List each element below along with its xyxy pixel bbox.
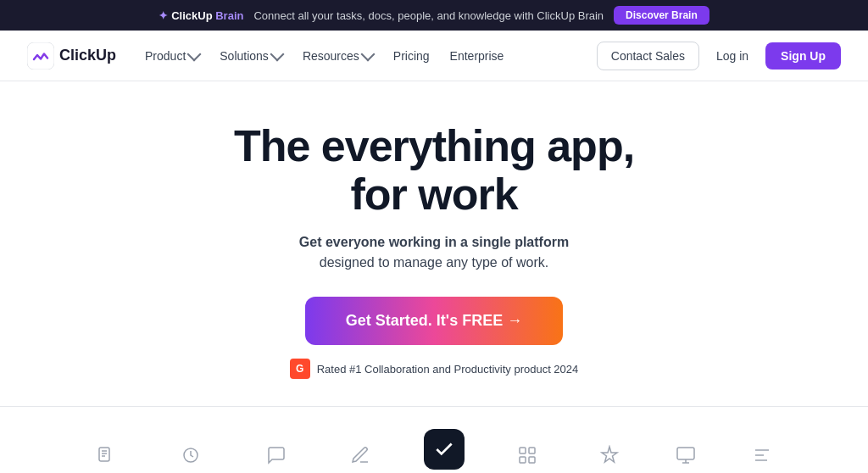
svg-rect-1 — [99, 448, 109, 461]
svg-rect-0 — [27, 42, 54, 70]
tab-ai[interactable]: AI — [571, 431, 648, 473]
sparkle-icon: ✦ — [159, 9, 168, 22]
logo-text: ClickUp — [59, 47, 116, 64]
banner-brand-text: ClickUp Brain — [171, 9, 243, 22]
svg-rect-8 — [520, 457, 526, 463]
tab-sprints[interactable]: Sprints — [724, 431, 800, 473]
tab-projects[interactable]: Projects — [405, 420, 482, 473]
forms-icon — [670, 440, 701, 470]
clickup-logo-icon — [27, 42, 54, 70]
hero-title-line1: The everything app, — [234, 121, 634, 170]
sprints-icon-wrap — [747, 440, 777, 470]
svg-rect-9 — [529, 457, 535, 463]
tab-dashboards[interactable]: Dashboards — [483, 431, 572, 473]
chat-icon-wrap — [261, 440, 292, 470]
ai-icon-wrap — [594, 440, 625, 470]
svg-rect-6 — [520, 448, 526, 454]
hero-section: The everything app, for work Get everyon… — [0, 81, 868, 399]
nav-right: Contact Sales Log in Sign Up — [597, 42, 841, 70]
navbar: ClickUp Product Solutions Resources Pric… — [0, 31, 868, 81]
chevron-down-icon — [360, 47, 375, 62]
tab-docs[interactable]: Docs — [68, 431, 144, 473]
dashboards-icon — [512, 440, 542, 470]
svg-rect-10 — [677, 448, 694, 459]
docs-icon — [91, 440, 121, 470]
projects-icon-wrap — [424, 429, 465, 470]
tab-time-tracking[interactable]: Time tracking — [144, 431, 239, 473]
nav-item-solutions[interactable]: Solutions — [211, 44, 291, 68]
sprints-icon — [747, 440, 777, 470]
logo[interactable]: ClickUp — [27, 42, 116, 70]
get-started-button[interactable]: Get Started. It's FREE → — [305, 297, 563, 345]
whiteboards-icon-wrap — [345, 440, 376, 470]
dashboards-icon-wrap — [512, 440, 542, 470]
nav-item-pricing[interactable]: Pricing — [385, 44, 438, 68]
contact-sales-button[interactable]: Contact Sales — [597, 42, 699, 70]
chat-icon — [261, 440, 292, 470]
nav-left: ClickUp Product Solutions Resources Pric… — [27, 42, 512, 70]
banner-brand: ✦ ClickUp Brain — [159, 9, 243, 22]
chevron-down-icon — [187, 47, 202, 62]
nav-item-product[interactable]: Product — [136, 44, 208, 68]
svg-rect-7 — [529, 448, 535, 454]
feature-tabs: Docs Time tracking Chat Whiteboards — [0, 406, 868, 473]
ai-icon — [594, 440, 625, 470]
login-button[interactable]: Log in — [706, 42, 759, 70]
nav-links: Product Solutions Resources Pricing Ente… — [136, 44, 512, 68]
projects-icon — [429, 434, 459, 465]
chevron-down-icon — [270, 47, 284, 62]
time-tracking-icon — [175, 440, 206, 470]
top-banner: ✦ ClickUp Brain Connect all your tasks, … — [0, 0, 868, 31]
rating-text: Rated #1 Collaboration and Productivity … — [317, 363, 579, 376]
whiteboards-icon — [345, 440, 376, 470]
nav-item-resources[interactable]: Resources — [294, 44, 381, 68]
signup-button[interactable]: Sign Up — [765, 42, 841, 70]
hero-subtitle-normal: designed to manage any type of work. — [320, 255, 548, 270]
tab-whiteboards[interactable]: Whiteboards — [314, 431, 405, 473]
discover-brain-button[interactable]: Discover Brain — [614, 6, 709, 25]
tab-chat[interactable]: Chat — [238, 431, 314, 473]
banner-message: Connect all your tasks, docs, people, an… — [253, 9, 604, 22]
rating-badge: G Rated #1 Collaboration and Productivit… — [290, 359, 579, 379]
hero-title-line2: for work — [350, 170, 517, 219]
hero-subtitle: Get everyone working in a single platfor… — [299, 232, 569, 273]
g2-icon: G — [290, 359, 310, 379]
tab-forms[interactable]: Forms — [648, 431, 724, 473]
nav-item-enterprise[interactable]: Enterprise — [442, 44, 513, 68]
hero-title: The everything app, for work — [234, 122, 634, 219]
hero-subtitle-bold: Get everyone working in a single platfor… — [299, 235, 569, 249]
docs-icon-wrap — [91, 440, 121, 470]
time-tracking-icon-wrap — [175, 440, 206, 470]
forms-icon-wrap — [670, 440, 701, 470]
